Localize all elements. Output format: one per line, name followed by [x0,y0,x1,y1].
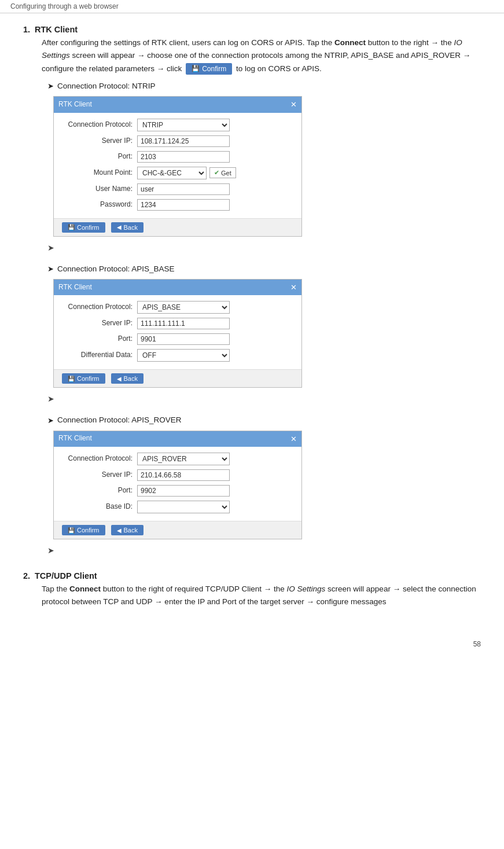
header-title: Configuring through a web browser [10,2,119,10]
section1-body4: to log on CORS or APIS. [236,64,322,73]
sub-list: ➤ Connection Protocol: NTRIP RTK Client … [42,80,481,557]
ntrip-mount-select[interactable]: CHC-&-GEC [137,167,207,179]
apis-rover-back-icon: ◀ [117,527,122,534]
page-footer: 58 [0,637,504,652]
page-header: Configuring through a web browser [0,0,504,13]
apis-rover-confirm-button[interactable]: 💾 Confirm [62,525,105,535]
sub-item-ntrip: ➤ Connection Protocol: NTRIP RTK Client … [47,80,481,255]
section-tcpudp-client: 2. TCP/UDP Client Tap the Connect button… [23,571,481,609]
apis-rover-serverip-row: Server IP: [62,469,293,481]
apis-base-close-icon[interactable]: ✕ [290,281,297,293]
ntrip-mount-row: Mount Point: CHC-&-GEC ✔ Get [62,167,293,179]
ntrip-back-label: Back [124,224,138,231]
apis-base-serverip-input[interactable] [137,318,230,329]
apis-base-confirm-icon: 💾 [68,376,75,382]
section2-bold1: Connect [69,585,101,593]
ntrip-dialog-body: Connection Protocol: NTRIP Server IP: [54,113,301,218]
section2-num: 2. [23,571,30,580]
ntrip-label: Connection Protocol: NTRIP [57,80,156,93]
apis-base-back-button[interactable]: ◀ Back [111,373,144,384]
apis-base-diff-row: Differential Data: OFF [62,349,293,362]
back-icon: ◀ [117,224,122,230]
apis-base-arrow: ➤ [47,263,54,275]
apis-rover-dialog-title: RTK Client [58,433,92,444]
ntrip-password-input[interactable] [137,199,230,211]
ntrip-confirm-label: Confirm [77,224,100,231]
apis-rover-back-label: Back [124,527,138,534]
apis-rover-close-icon[interactable]: ✕ [290,433,297,445]
section1-label: RTK Client [35,25,78,34]
section2-body2: button to the right of required TCP/UDP … [103,585,285,593]
ntrip-back-button[interactable]: ◀ Back [111,222,144,233]
apis-base-dialog: RTK Client ✕ Connection Protocol: APIS_B… [53,279,302,388]
apis-rover-serverip-input[interactable] [137,469,230,481]
get-button-label: Get [221,170,231,177]
apis-rover-titlebar-left: RTK Client [58,433,92,444]
ntrip-protocol-label: Connection Protocol: [62,119,137,131]
apis-base-protocol-select[interactable]: APIS_BASE [137,301,230,314]
main-list: 1. RTK Client After configuring the sett… [23,25,481,609]
apis-rover-protocol-select[interactable]: APIS_ROVER [137,453,230,465]
ntrip-arrow: ➤ [47,80,54,92]
apis-base-confirm-label: Confirm [77,375,100,382]
confirm-inline-button[interactable]: 💾 Confirm [186,63,232,75]
apis-rover-port-input[interactable] [137,485,230,497]
apis-rover-dialog-footer: 💾 Confirm ◀ Back [54,521,301,539]
ntrip-dialog-titlebar: RTK Client ✕ [54,97,301,112]
apis-base-port-label: Port: [62,333,137,345]
apis-base-dialog-titlebar: RTK Client ✕ [54,280,301,295]
apis-base-dialog-footer: 💾 Confirm ◀ Back [54,369,301,387]
section2-label: TCP/UDP Client [35,571,97,580]
apis-rover-baseid-label: Base ID: [62,501,137,513]
ntrip-close-icon[interactable]: ✕ [290,98,297,111]
apis-rover-label: Connection Protocol: APIS_ROVER [57,414,182,427]
apis-rover-baseid-row: Base ID: [62,501,293,513]
ntrip-serverip-row: Server IP: [62,135,293,147]
ntrip-blank-arrow: ➤ [47,241,481,255]
section1-body1: After configuring the settings of RTK cl… [42,38,332,47]
ntrip-password-label: Password: [62,199,137,211]
apis-base-blank-arrow: ➤ [47,392,481,406]
apis-rover-serverip-label: Server IP: [62,469,137,481]
confirm-disk-icon: 💾 [68,224,75,230]
apis-base-serverip-label: Server IP: [62,318,137,329]
section2-body1: Tap the [42,585,67,593]
apis-base-back-label: Back [124,375,138,382]
ntrip-serverip-input[interactable] [137,135,230,147]
apis-rover-port-row: Port: [62,485,293,497]
ntrip-get-button[interactable]: ✔ Get [209,167,236,178]
apis-rover-confirm-icon: 💾 [68,527,75,534]
section1-body: After configuring the settings of RTK cl… [42,36,481,557]
ntrip-port-row: Port: [62,151,293,163]
page-number: 58 [473,640,481,648]
apis-rover-protocol-label: Connection Protocol: [62,453,137,465]
apis-base-protocol-row: Connection Protocol: APIS_BASE [62,301,293,314]
apis-rover-label-row: ➤ Connection Protocol: APIS_ROVER [47,414,481,427]
ntrip-port-input[interactable] [137,151,230,163]
ntrip-dialog-footer: 💾 Confirm ◀ Back [54,218,301,236]
apis-base-port-input[interactable] [137,333,230,345]
apis-base-serverip-row: Server IP: [62,318,293,329]
apis-base-diff-label: Differential Data: [62,350,137,361]
apis-rover-baseid-select[interactable] [137,501,230,513]
apis-rover-port-label: Port: [62,485,137,497]
apis-base-titlebar-left: RTK Client [58,282,92,293]
ntrip-protocol-row: Connection Protocol: NTRIP [62,119,293,131]
ntrip-port-label: Port: [62,151,137,163]
ntrip-confirm-button[interactable]: 💾 Confirm [62,222,105,233]
apis-rover-dialog: RTK Client ✕ Connection Protocol: APIS_R… [53,431,302,539]
apis-base-confirm-button[interactable]: 💾 Confirm [62,373,105,384]
apis-rover-back-button[interactable]: ◀ Back [111,525,144,535]
apis-base-dialog-title: RTK Client [58,282,92,293]
apis-base-dialog-body: Connection Protocol: APIS_BASE Server IP… [54,295,301,369]
ntrip-username-input[interactable] [137,183,230,195]
apis-base-diff-select[interactable]: OFF [137,349,230,362]
ntrip-protocol-select[interactable]: NTRIP [137,119,230,131]
ntrip-mount-controls: CHC-&-GEC ✔ Get [137,167,236,179]
ntrip-serverip-label: Server IP: [62,135,137,147]
apis-rover-dialog-body: Connection Protocol: APIS_ROVER Server I… [54,447,301,521]
section2-body: Tap the Connect button to the right of r… [42,583,481,609]
confirm-icon: 💾 [192,65,200,72]
apis-base-label: Connection Protocol: APIS_BASE [57,263,175,275]
ntrip-dialog-title: RTK Client [58,99,92,111]
